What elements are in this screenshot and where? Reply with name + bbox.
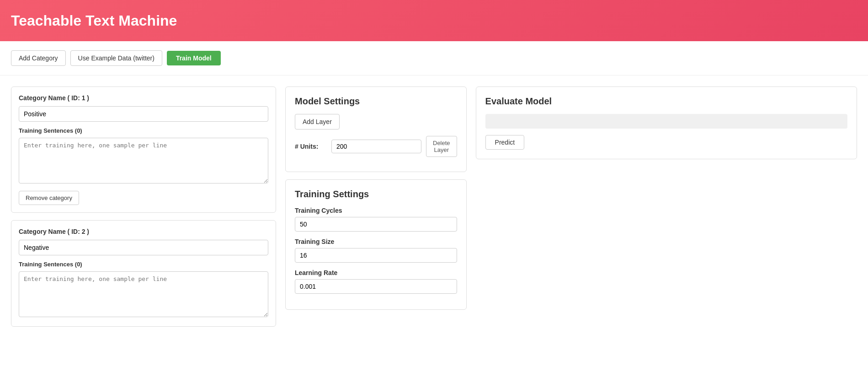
training-cycles-label: Training Cycles [295,207,457,214]
evaluate-column: Evaluate Model Predict [476,86,857,159]
predict-button[interactable]: Predict [485,135,525,150]
category-2-training-textarea[interactable] [19,271,268,317]
learning-rate-input[interactable] [295,279,457,294]
model-settings-card: Model Settings Add Layer # Units: Delete… [285,86,467,172]
category-2-name-input[interactable] [19,240,268,255]
training-settings-card: Training Settings Training Cycles Traini… [285,179,467,310]
category-1-training-label: Training Sentences (0) [19,127,268,134]
evaluate-card: Evaluate Model Predict [476,86,857,159]
training-size-label: Training Size [295,238,457,245]
settings-column: Model Settings Add Layer # Units: Delete… [285,86,467,310]
learning-rate-group: Learning Rate [295,269,457,294]
train-model-button[interactable]: Train Model [167,51,221,65]
model-settings-title: Model Settings [295,96,457,107]
delete-layer-button[interactable]: Delete Layer [426,136,457,157]
category-1-training-textarea[interactable] [19,138,268,184]
category-1-label: Category Name ( ID: 1 ) [19,94,268,102]
toolbar: Add Category Use Example Data (twitter) … [0,41,868,76]
category-1-name-input[interactable] [19,106,268,122]
units-label: # Units: [295,143,327,150]
training-cycles-group: Training Cycles [295,207,457,232]
evaluate-input-bar [485,114,847,129]
evaluate-title: Evaluate Model [485,96,847,107]
main-content: Category Name ( ID: 1 ) Training Sentenc… [0,76,868,338]
use-example-button[interactable]: Use Example Data (twitter) [70,50,162,66]
learning-rate-label: Learning Rate [295,269,457,276]
units-input[interactable] [331,140,421,153]
categories-column: Category Name ( ID: 1 ) Training Sentenc… [11,86,276,327]
remove-category-1-button[interactable]: Remove category [19,191,79,205]
category-card-1: Category Name ( ID: 1 ) Training Sentenc… [11,86,276,213]
category-card-2: Category Name ( ID: 2 ) Training Sentenc… [11,220,276,327]
app-header: Teachable Text Machine [0,0,868,41]
units-row: # Units: Delete Layer [295,136,457,157]
category-2-label: Category Name ( ID: 2 ) [19,228,268,235]
training-size-input[interactable] [295,248,457,263]
category-2-training-label: Training Sentences (0) [19,261,268,268]
training-cycles-input[interactable] [295,217,457,232]
add-category-button[interactable]: Add Category [11,50,66,66]
add-layer-button[interactable]: Add Layer [295,114,340,130]
training-settings-title: Training Settings [295,189,457,200]
app-title: Teachable Text Machine [11,12,177,29]
training-size-group: Training Size [295,238,457,263]
